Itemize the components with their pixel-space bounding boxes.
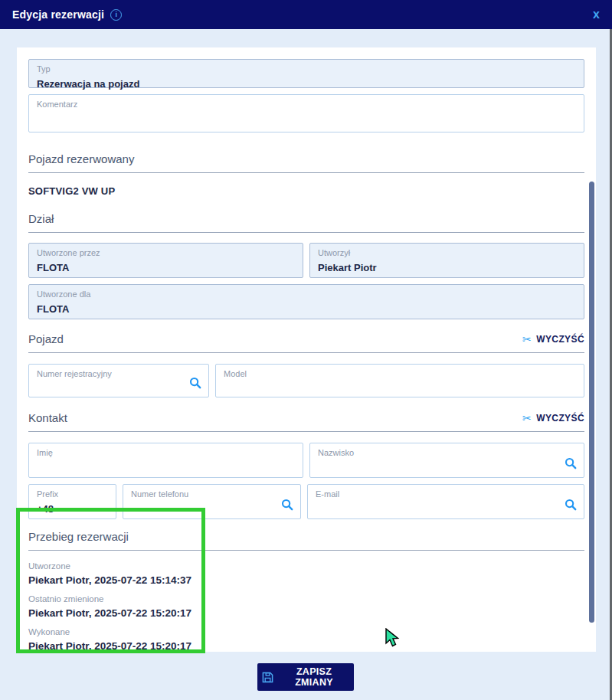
save-icon xyxy=(262,672,273,683)
email-placeholder: E-mail xyxy=(316,489,576,500)
scissors-icon: ✂ xyxy=(522,334,532,345)
save-button[interactable]: ZAPISZ ZMIANY xyxy=(257,663,354,691)
section-heading-pojazd-rezerwowany: Pojazd rezerwowany xyxy=(28,152,584,166)
search-icon[interactable] xyxy=(189,377,201,392)
numer-rejestracyjny-placeholder: Numer rejestracyjny xyxy=(37,369,201,380)
modal-body: Typ Rezerwacja na pojazd Komentarz Pojaz… xyxy=(17,47,596,652)
timeline-entry-label: Utworzone xyxy=(28,561,584,572)
clear-kontakt-button[interactable]: ✂ WYCZYŚĆ xyxy=(522,413,584,424)
modal-header: Edycja rezerwacji i x xyxy=(0,0,612,29)
nazwisko-field[interactable]: Nazwisko xyxy=(309,443,584,478)
numer-rejestracyjny-field[interactable]: Numer rejestracyjny xyxy=(28,364,209,397)
timeline-entry: Ostatnio zmienione Piekart Piotr, 2025-0… xyxy=(28,594,584,620)
utworzyl-field[interactable]: Utworzył Piekart Piotr xyxy=(309,243,584,278)
section-heading-kontakt: Kontakt xyxy=(28,411,67,425)
clear-pojazd-label: WYCZYŚĆ xyxy=(536,334,584,345)
divider xyxy=(28,172,584,173)
search-icon[interactable] xyxy=(281,499,293,514)
timeline: Utworzone Piekart Piotr, 2025-07-22 15:1… xyxy=(28,561,584,652)
prefix-value: +48 xyxy=(37,503,108,515)
timeline-entry: Wykonane Piekart Piotr, 2025-07-22 15:20… xyxy=(28,627,584,652)
divider xyxy=(28,431,584,432)
utworzyl-label: Utworzył xyxy=(318,248,576,259)
typ-value: Rezerwacja na pojazd xyxy=(37,78,576,90)
search-icon[interactable] xyxy=(565,499,577,514)
komentarz-placeholder: Komentarz xyxy=(37,100,576,110)
divider xyxy=(28,232,584,233)
timeline-entry-value: Piekart Piotr, 2025-07-22 15:20:17 xyxy=(28,640,584,652)
timeline-entry-label: Wykonane xyxy=(28,627,584,638)
prefix-field[interactable]: Prefix +48 xyxy=(28,484,116,519)
close-icon[interactable]: x xyxy=(593,8,600,21)
email-field[interactable]: E-mail xyxy=(307,484,584,519)
divider xyxy=(28,352,584,353)
prefix-label: Prefix xyxy=(37,489,108,500)
imie-field[interactable]: Imię xyxy=(28,443,303,478)
typ-field[interactable]: Typ Rezerwacja na pojazd xyxy=(28,59,584,88)
utworzone-przez-value: FLOTA xyxy=(37,262,295,274)
utworzone-dla-label: Utworzone dla xyxy=(37,289,576,300)
model-placeholder: Model xyxy=(224,369,576,380)
modal-title: Edycja rezerwacji xyxy=(12,8,104,21)
divider xyxy=(28,550,584,551)
section-heading-przebieg: Przebieg rezerwacji xyxy=(28,530,584,544)
clear-kontakt-label: WYCZYŚĆ xyxy=(536,413,584,424)
scrollbar-thumb[interactable] xyxy=(589,182,594,623)
komentarz-field[interactable]: Komentarz xyxy=(28,94,584,132)
numer-telefonu-placeholder: Numer telefonu xyxy=(131,489,293,500)
scissors-icon: ✂ xyxy=(522,413,532,424)
utworzyl-value: Piekart Piotr xyxy=(318,262,576,274)
numer-telefonu-field[interactable]: Numer telefonu xyxy=(123,484,301,519)
search-icon[interactable] xyxy=(565,457,577,473)
clear-pojazd-button[interactable]: ✂ WYCZYŚĆ xyxy=(522,334,584,345)
utworzone-przez-field[interactable]: Utworzone przez FLOTA xyxy=(28,243,303,278)
reserved-vehicle-name: SOFTVIG2 VW UP xyxy=(28,185,584,197)
timeline-entry-value: Piekart Piotr, 2025-07-22 15:20:17 xyxy=(28,607,584,620)
utworzone-przez-label: Utworzone przez xyxy=(37,248,295,259)
timeline-entry: Utworzone Piekart Piotr, 2025-07-22 15:1… xyxy=(28,561,584,587)
section-heading-dzial: Dział xyxy=(28,212,584,226)
model-field[interactable]: Model xyxy=(215,364,584,397)
timeline-entry-value: Piekart Piotr, 2025-07-22 15:14:37 xyxy=(28,574,584,587)
imie-placeholder: Imię xyxy=(37,448,295,459)
save-button-label: ZAPISZ ZMIANY xyxy=(279,666,349,688)
utworzone-dla-field[interactable]: Utworzone dla FLOTA xyxy=(28,284,584,319)
nazwisko-placeholder: Nazwisko xyxy=(318,448,576,459)
utworzone-dla-value: FLOTA xyxy=(37,303,576,316)
timeline-entry-label: Ostatnio zmienione xyxy=(28,594,584,605)
info-icon[interactable]: i xyxy=(110,9,122,21)
typ-label: Typ xyxy=(37,64,576,75)
section-heading-pojazd: Pojazd xyxy=(28,332,64,346)
